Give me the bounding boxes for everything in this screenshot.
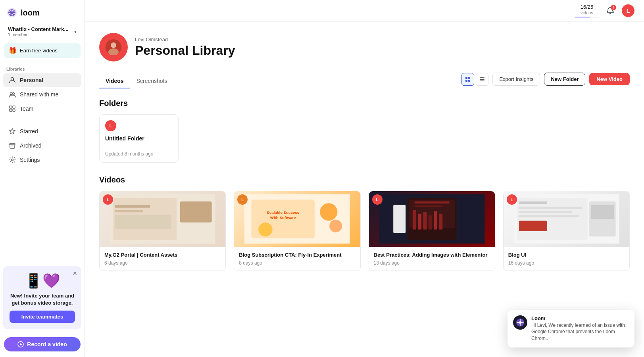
svg-point-65: [519, 321, 521, 324]
logo-area: loom: [0, 0, 85, 23]
list-view-button[interactable]: [476, 73, 488, 86]
sidebar-personal-label: Personal: [20, 77, 43, 83]
svg-rect-49: [418, 214, 421, 230]
tab-videos[interactable]: Videos: [99, 74, 130, 88]
invite-notification-card: ✕ 📱💜 New! Invite your team and get bonus…: [3, 266, 81, 329]
view-toggle: [461, 73, 488, 86]
archive-icon: [9, 142, 16, 149]
profile-username: Levi Olmstead: [135, 36, 235, 42]
record-icon: [17, 341, 24, 347]
svg-rect-61: [519, 221, 547, 231]
svg-rect-46: [414, 202, 450, 203]
loom-logo-icon: [6, 7, 17, 18]
notification-illustration: 📱💜: [10, 273, 75, 289]
svg-rect-26: [468, 80, 470, 82]
toast-message: Hi Levi, We recently learned of an issue…: [531, 322, 629, 342]
tab-list: Videos Screenshots: [99, 74, 173, 88]
video-age: 8 days ago: [239, 260, 355, 266]
folder-updated: Updated 8 months ago: [105, 151, 173, 157]
svg-rect-28: [480, 79, 484, 80]
workspace-members: 1 member: [8, 32, 68, 37]
tab-actions: Export Insights New Folder New Video: [461, 73, 630, 89]
new-folder-button[interactable]: New Folder: [544, 73, 585, 86]
svg-rect-27: [480, 77, 484, 78]
video-age: 6 days ago: [104, 260, 221, 266]
list-item[interactable]: L Untitled Folder Updated 8 months ago: [99, 114, 179, 163]
svg-rect-15: [13, 109, 15, 111]
svg-point-41: [329, 220, 342, 232]
grid-icon: [465, 77, 471, 82]
nav-divider: [6, 120, 78, 120]
svg-rect-13: [13, 106, 15, 108]
profile-info: Levi Olmstead Personal Library: [135, 36, 235, 58]
libraries-label: Libraries: [0, 64, 85, 73]
profile-header: Levi Olmstead Personal Library: [99, 33, 630, 61]
svg-rect-59: [519, 211, 572, 213]
loom-toast-icon: [516, 318, 525, 327]
svg-rect-12: [10, 106, 12, 108]
svg-rect-57: [519, 202, 547, 204]
team-icon: [9, 105, 16, 112]
user-avatar[interactable]: L: [622, 4, 634, 17]
svg-rect-29: [480, 81, 484, 81]
svg-rect-52: [434, 211, 437, 230]
list-item[interactable]: L: [503, 191, 630, 271]
close-notification-button[interactable]: ✕: [73, 270, 77, 276]
export-insights-button[interactable]: Export Insights: [492, 73, 540, 86]
svg-point-40: [320, 203, 337, 221]
earn-free-videos-label: Earn free videos: [20, 48, 58, 54]
video-count-container: 16/25 videos: [575, 4, 599, 17]
svg-rect-35: [180, 202, 212, 223]
topbar: 16/25 videos 4 L: [85, 0, 644, 22]
video-title: Best Practices: Adding Images with Eleme…: [374, 251, 490, 259]
list-item[interactable]: L: [369, 191, 495, 271]
svg-rect-32: [115, 205, 150, 208]
sidebar-item-shared[interactable]: Shared with me: [3, 88, 81, 101]
svg-marker-16: [10, 129, 15, 134]
list-item[interactable]: L My.G2 Portal | Content Assets: [99, 191, 226, 271]
invite-teammates-button[interactable]: Invite teammates: [10, 311, 75, 323]
new-video-button[interactable]: New Video: [589, 73, 630, 85]
record-video-button[interactable]: Record a video: [4, 337, 81, 351]
video-info: My.G2 Portal | Content Assets 6 days ago: [100, 247, 225, 271]
star-icon: [9, 128, 16, 135]
svg-rect-53: [439, 214, 442, 230]
video-thumbnail: L: [100, 191, 225, 247]
grid-view-button[interactable]: [461, 73, 474, 86]
video-info: Best Practices: Adding Images with Eleme…: [369, 247, 495, 271]
chevron-down-icon: ▾: [74, 29, 77, 35]
content-area: Levi Olmstead Personal Library Videos Sc…: [85, 22, 644, 357]
sidebar-item-team[interactable]: Team: [3, 102, 81, 115]
folder-name: Untitled Folder: [105, 135, 173, 142]
gift-icon: 🎁: [9, 47, 17, 54]
svg-point-18: [12, 159, 13, 161]
workspace-selector[interactable]: Whatfix - Content Mark... 1 member ▾: [4, 23, 81, 40]
svg-rect-23: [465, 77, 467, 79]
sidebar-item-settings[interactable]: Settings: [3, 153, 81, 167]
sidebar-item-starred[interactable]: Starred: [3, 125, 81, 138]
sidebar-item-personal[interactable]: Personal: [3, 73, 81, 87]
notification-text: New! Invite your team and get bonus vide…: [10, 292, 75, 307]
person-icon: [9, 77, 16, 84]
svg-rect-25: [465, 80, 467, 82]
tab-screenshots[interactable]: Screenshots: [130, 74, 174, 88]
svg-rect-51: [428, 215, 432, 229]
notification-bell-button[interactable]: 4: [604, 4, 617, 17]
video-count: 16/25: [575, 4, 599, 10]
sidebar-team-label: Team: [20, 106, 33, 112]
svg-rect-60: [519, 215, 579, 217]
sidebar-item-archived[interactable]: Archived: [3, 139, 81, 152]
sidebar-starred-label: Starred: [20, 128, 38, 134]
svg-rect-48: [412, 210, 416, 230]
sidebar-archived-label: Archived: [20, 142, 41, 149]
svg-rect-58: [519, 207, 582, 209]
toast-notification[interactable]: Loom Hi Levi, We recently learned of an …: [508, 310, 634, 347]
tabs-bar: Videos Screenshots: [99, 73, 630, 89]
earn-free-videos-button[interactable]: 🎁 Earn free videos: [4, 43, 81, 58]
list-item[interactable]: L Scalable Success With Software: [234, 191, 360, 271]
video-title: Blog Subscription CTA: Fly-In Experiment: [239, 251, 355, 259]
video-thumbnail: L: [504, 191, 629, 247]
video-count-bar: [575, 17, 599, 17]
list-icon: [479, 77, 485, 82]
svg-point-11: [13, 93, 15, 95]
